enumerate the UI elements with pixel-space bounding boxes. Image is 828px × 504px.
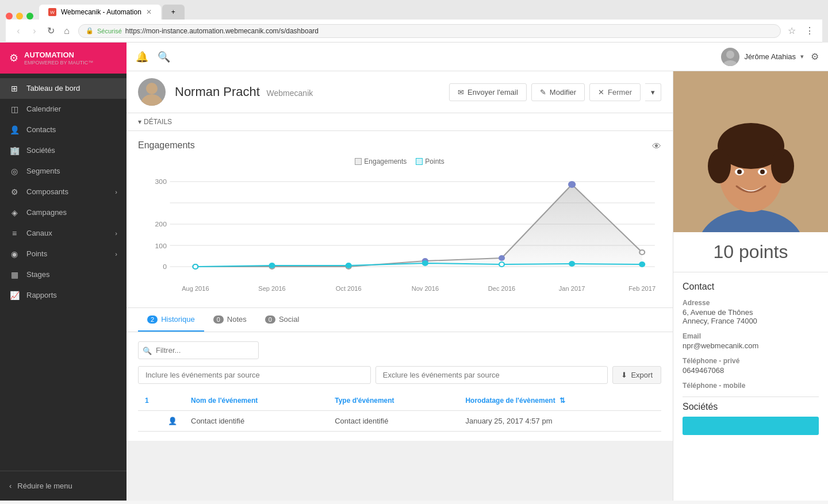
legend-points-box	[416, 158, 423, 165]
sidebar-item-canaux[interactable]: ≡ Canaux ›	[0, 223, 126, 244]
contact-photo-svg	[673, 71, 828, 232]
svg-point-42	[708, 149, 731, 183]
event-name-cell: Contact identifié	[184, 411, 328, 432]
collapse-menu-button[interactable]: ‹ Réduire le menu	[9, 477, 117, 495]
col-timestamp[interactable]: Horodatage de l'évènement ⇅	[458, 391, 661, 411]
svg-text:300: 300	[155, 178, 167, 185]
send-email-button[interactable]: ✉ Envoyer l'email	[449, 83, 527, 101]
sidebar-item-contacts[interactable]: 👤 Contacts	[0, 120, 126, 140]
filter-input[interactable]	[138, 341, 259, 359]
sidebar-item-composants[interactable]: ⚙ Composants ›	[0, 182, 126, 202]
dashboard-icon: ⊞	[9, 84, 20, 93]
sidebar-item-campagnes[interactable]: ◈ Campagnes	[0, 202, 126, 223]
sidebar-item-label: Campagnes	[26, 208, 67, 217]
svg-point-34	[639, 262, 645, 267]
new-tab-button[interactable]: +	[162, 5, 185, 20]
components-icon: ⚙	[9, 187, 20, 197]
tab-close-button[interactable]: ✕	[146, 8, 152, 16]
edit-button[interactable]: ✎ Modifier	[531, 83, 585, 101]
tab-favicon: W	[48, 8, 56, 16]
refresh-button[interactable]: ↻	[44, 24, 57, 38]
contact-section-title: Contact	[683, 282, 819, 292]
tab-historique[interactable]: 2 Historique	[138, 308, 204, 332]
sidebar-item-segments[interactable]: ◎ Segments	[0, 161, 126, 182]
main-content: 🔔 🔍 Jérôme Atahias ▾ ⚙	[126, 43, 828, 501]
reports-icon: 📈	[9, 291, 20, 300]
traffic-light-red[interactable]	[6, 13, 13, 20]
secure-label: Sécurisé	[97, 28, 122, 34]
details-bar: ▾ DÉTAILS	[126, 113, 673, 131]
svg-marker-20	[195, 184, 642, 267]
sidebar-item-calendrier[interactable]: ◫ Calendrier	[0, 99, 126, 120]
col-event-type[interactable]: Type d'événement	[328, 391, 458, 411]
sidebar-item-label: Canaux	[26, 229, 52, 237]
header-right: Jérôme Atahias ▾ ⚙	[721, 48, 819, 66]
sidebar-item-points[interactable]: ◉ Points ›	[0, 244, 126, 264]
include-events-input[interactable]	[138, 366, 371, 384]
contact-right-sidebar: 10 points Contact Adresse 6, Avenue de T…	[673, 71, 828, 501]
traffic-light-yellow[interactable]	[16, 13, 23, 20]
contact-actions: ✉ Envoyer l'email ✎ Modifier ✕ Fermer ▾	[449, 83, 661, 101]
app-container: ⚙ AUTOMATION EMPOWERED BY MAUTIC™ ⊞ Tabl…	[0, 43, 828, 501]
export-button[interactable]: ⬇ Export	[612, 366, 661, 384]
eye-icon[interactable]: 👁	[652, 141, 661, 152]
user-dropdown-icon: ▾	[800, 53, 804, 60]
logo-text: AUTOMATION	[24, 51, 93, 60]
svg-point-3	[146, 83, 158, 94]
contact-name: Norman Pracht	[175, 84, 260, 99]
back-button[interactable]: ‹	[12, 24, 25, 38]
phone-mobile-label: Téléphone - mobile	[683, 382, 819, 390]
home-button[interactable]: ⌂	[60, 24, 74, 38]
details-toggle[interactable]: ▾ DÉTAILS	[138, 118, 661, 126]
sidebar-item-stages[interactable]: ▦ Stages	[0, 264, 126, 285]
social-badge: 0	[265, 316, 275, 324]
col-event-name[interactable]: Nom de l'événement	[184, 391, 328, 411]
contact-name-area: Norman Pracht Webmecanik	[175, 84, 313, 99]
svg-text:Nov 2016: Nov 2016	[412, 286, 439, 292]
legend-engagements-box	[355, 158, 362, 165]
sidebar-item-tableau-de-bord[interactable]: ⊞ Tableau de bord	[0, 78, 126, 99]
actions-dropdown-button[interactable]: ▾	[645, 83, 661, 101]
contact-photo	[673, 71, 828, 232]
arrow-icon: ›	[115, 230, 117, 237]
forward-button[interactable]: ›	[28, 24, 41, 38]
new-tab-icon: +	[171, 8, 175, 16]
svg-text:200: 200	[155, 221, 167, 228]
societies-button[interactable]	[683, 417, 819, 435]
social-label: Social	[279, 315, 299, 324]
exclude-events-input[interactable]	[375, 366, 608, 384]
sidebar-item-label: Calendrier	[26, 105, 61, 113]
timestamp-cell: January 25, 2017 4:57 pm	[458, 411, 661, 432]
browser-menu-icon[interactable]: ⋮	[803, 23, 816, 39]
bell-icon[interactable]: 🔔	[136, 51, 148, 63]
traffic-lights	[6, 13, 33, 20]
close-button[interactable]: ✕ Fermer	[589, 83, 641, 101]
contact-row-icon: 👤	[168, 417, 177, 425]
search-icon[interactable]: 🔍	[158, 51, 170, 63]
tab-social[interactable]: 0 Social	[256, 308, 309, 332]
arrow-icon: ›	[115, 188, 117, 195]
svg-text:Dec 2016: Dec 2016	[488, 286, 516, 292]
collapse-label: Réduire le menu	[17, 482, 72, 490]
contact-avatar	[138, 78, 166, 106]
sidebar-item-label: Tableau de bord	[26, 84, 80, 93]
sidebar-item-societes[interactable]: 🏢 Sociétés	[0, 140, 126, 161]
address-bar[interactable]: 🔒 Sécurisé https://mon-instance.automati…	[78, 24, 781, 38]
points-icon: ◉	[9, 249, 20, 259]
svg-text:Aug 2016: Aug 2016	[182, 286, 209, 292]
user-menu[interactable]: Jérôme Atahias ▾	[721, 48, 804, 66]
legend-points: Points	[416, 157, 444, 166]
settings-icon[interactable]: ⚙	[811, 51, 819, 62]
segments-icon: ◎	[9, 167, 20, 176]
contact-company: Webmecanik	[267, 89, 313, 98]
tab-notes[interactable]: 0 Notes	[204, 308, 256, 332]
event-filters: ⬇ Export	[138, 366, 661, 384]
traffic-light-green[interactable]	[26, 13, 33, 20]
sidebar-item-rapports[interactable]: 📈 Rapports	[0, 285, 126, 306]
svg-text:Feb 2017: Feb 2017	[628, 286, 656, 292]
tabs: 2 Historique 0 Notes 0 Social	[138, 308, 661, 332]
phone-private-label: Téléphone - privé	[683, 357, 819, 365]
active-tab[interactable]: W Webmecanik - Automation ✕	[39, 5, 161, 20]
svg-point-26	[569, 182, 575, 187]
bookmark-icon[interactable]: ☆	[785, 23, 798, 39]
